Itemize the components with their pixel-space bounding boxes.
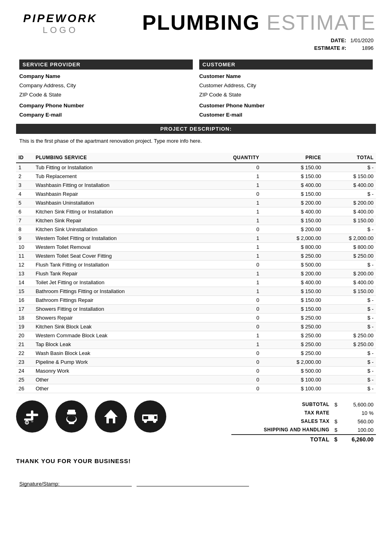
row-id: 5 [16, 198, 33, 207]
logo-pipework: PIPEWORK [23, 12, 97, 25]
row-id: 3 [16, 181, 33, 189]
svg-rect-1 [31, 410, 33, 414]
row-qty: 1 [214, 242, 262, 251]
sales-tax-value: 560.00 [340, 417, 376, 426]
table-row: 11 Western Toilet Seat Cover Fitting 1 $… [16, 251, 376, 260]
svg-point-14 [107, 417, 109, 419]
table-row: 5 Washbasin Uninstallation 1 $ 200.00 $ … [16, 198, 376, 207]
row-service: Kitchen Sink Repair [33, 216, 214, 225]
row-qty: 0 [214, 313, 262, 322]
row-total: $ - [324, 225, 376, 234]
row-id: 8 [16, 225, 33, 234]
row-price: $ 400.00 [262, 207, 324, 216]
col-header-id: ID [16, 153, 33, 163]
row-total: $ - [324, 375, 376, 384]
info-row: SERVICE PROVIDER Company Name Company Ad… [16, 59, 376, 120]
row-qty: 0 [214, 295, 262, 304]
row-service: Kitchen Sink Block Leak [33, 322, 214, 331]
faucet-icon [16, 400, 48, 433]
toilet-icon [55, 400, 88, 433]
thank-you: THANK YOU FOR YOUR BUSINESS! [16, 457, 376, 464]
row-id: 14 [16, 278, 33, 287]
row-price: $ 250.00 [262, 251, 324, 260]
row-total: $ 400.00 [324, 207, 376, 216]
row-service: Western Commade Block Leak [33, 331, 214, 340]
row-total: $ - [324, 163, 376, 172]
provider-col: SERVICE PROVIDER Company Name Company Ad… [16, 59, 196, 120]
row-service: Washbasin Fitting or Installation [33, 181, 214, 189]
customer-header: CUSTOMER [199, 59, 373, 70]
row-price: $ 150.00 [262, 172, 324, 181]
row-id: 24 [16, 366, 33, 375]
date-label: DATE: [312, 37, 348, 44]
col-header-service: PLUMBING SERVICE [33, 153, 214, 163]
row-service: Tap Block Leak [33, 340, 214, 349]
row-total: $ - [324, 384, 376, 393]
row-id: 21 [16, 340, 33, 349]
table-row: 7 Kitchen Sink Repair 1 $ 150.00 $ 150.0… [16, 216, 376, 225]
table-row: 21 Tap Block Leak 1 $ 250.00 $ 250.00 [16, 340, 376, 349]
row-qty: 1 [214, 181, 262, 189]
row-id: 23 [16, 357, 33, 366]
col-header-price: PRICE [262, 153, 324, 163]
row-service: Kitchen Sink Fitting or Installation [33, 207, 214, 216]
table-row: 8 Kitchen Sink Uninstallation 0 $ 200.00… [16, 225, 376, 234]
col-header-qty: QUANTITY [214, 153, 262, 163]
row-total: $ 400.00 [324, 278, 376, 287]
row-qty: 0 [214, 163, 262, 172]
provider-phone: Company Phone Number [19, 101, 193, 111]
row-service: Kitchen Sink Uninstallation [33, 225, 214, 234]
svg-rect-13 [109, 418, 113, 423]
row-total: $ - [324, 189, 376, 198]
row-qty: 1 [214, 251, 262, 260]
totals-block: SUBTOTAL $ 5,600.00 TAX RATE 10 % SALES … [231, 400, 376, 444]
row-qty: 0 [214, 322, 262, 331]
table-row: 14 Toilet Jet Fitting or Installation 1 … [16, 278, 376, 287]
row-qty: 1 [214, 287, 262, 295]
row-price: $ 200.00 [262, 198, 324, 207]
row-price: $ 250.00 [262, 349, 324, 357]
row-qty: 0 [214, 366, 262, 375]
row-id: 18 [16, 313, 33, 322]
row-id: 1 [16, 163, 33, 172]
row-service: Pipeline & Pump Work [33, 357, 214, 366]
row-id: 4 [16, 189, 33, 198]
row-total: $ - [324, 260, 376, 269]
table-row: 19 Kitchen Sink Block Leak 0 $ 250.00 $ … [16, 322, 376, 331]
document-title: PLUMBING ESTIMATE [104, 12, 376, 33]
table-row: 1 Tub Fitting or Installation 0 $ 150.00… [16, 163, 376, 172]
row-total: $ 200.00 [324, 269, 376, 278]
row-service: Flush Tank Repair [33, 269, 214, 278]
row-price: $ 100.00 [262, 384, 324, 393]
row-total: $ - [324, 357, 376, 366]
tax-rate-value: 10 % [340, 409, 376, 417]
row-qty: 1 [214, 172, 262, 181]
project-header: PROJECT DESCRIPTION: [16, 124, 376, 134]
row-total: $ - [324, 366, 376, 375]
row-id: 15 [16, 287, 33, 295]
project-description: This is the first phase of the apartmant… [16, 136, 376, 149]
row-service: Toilet Jet Fitting or Installation [33, 278, 214, 287]
subtotal-value: 5,600.00 [340, 400, 376, 409]
logo-block: PIPEWORK LOGO [16, 12, 104, 35]
totals-table: SUBTOTAL $ 5,600.00 TAX RATE 10 % SALES … [231, 400, 376, 444]
row-total: $ 250.00 [324, 331, 376, 340]
row-price: $ 200.00 [262, 269, 324, 278]
row-id: 25 [16, 375, 33, 384]
sales-tax-dollar: $ [332, 417, 340, 426]
table-row: 3 Washbasin Fitting or Installation 1 $ … [16, 181, 376, 189]
row-price: $ 150.00 [262, 189, 324, 198]
provider-name: Company Name [19, 72, 193, 81]
provider-address: Company Address, City [19, 81, 193, 90]
row-qty: 1 [214, 234, 262, 242]
row-total: $ - [324, 313, 376, 322]
shipping-dollar: $ [332, 426, 340, 435]
row-service: Masonry Work [33, 366, 214, 375]
customer-name: Customer Name [199, 72, 373, 81]
row-total: $ - [324, 304, 376, 313]
table-row: 22 Wash Basin Block Leak 0 $ 250.00 $ - [16, 349, 376, 357]
row-price: $ 150.00 [262, 295, 324, 304]
row-total: $ 200.00 [324, 198, 376, 207]
table-row: 24 Masonry Work 0 $ 500.00 $ - [16, 366, 376, 375]
row-id: 9 [16, 234, 33, 242]
